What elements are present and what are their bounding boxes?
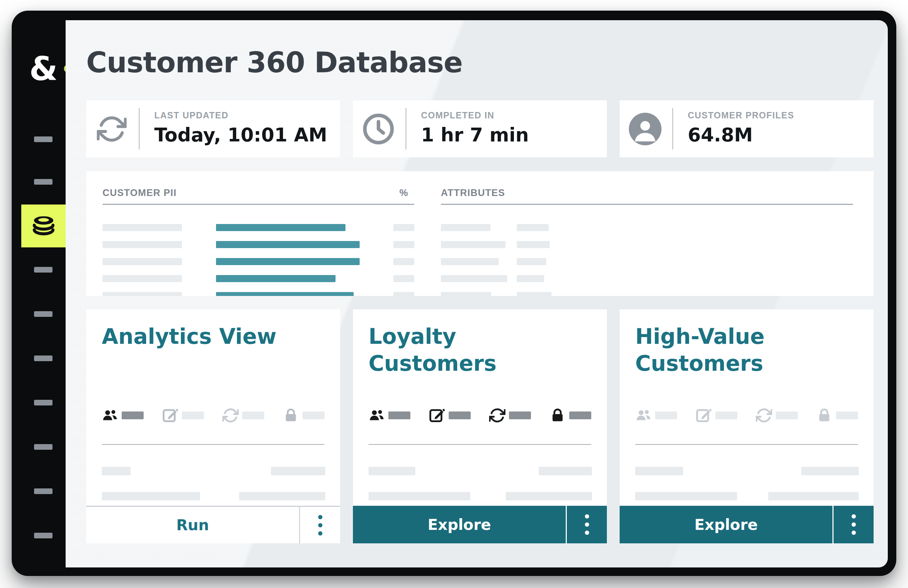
placeholder-bar — [102, 492, 200, 500]
sidebar-item[interactable] — [34, 267, 53, 273]
kebab-dot-icon — [852, 514, 856, 519]
percent-placeholder-bar — [393, 258, 414, 265]
card-high-value-customers: High-Value Customers Explore — [620, 309, 874, 543]
kebab-dot-icon — [585, 522, 589, 527]
amperity-logo[interactable]: & — [21, 48, 66, 90]
stat-card-last-updated: LAST UPDATED Today, 10:01 AM — [86, 100, 340, 157]
lock-icon — [549, 407, 566, 424]
attribute-placeholder-bar — [441, 292, 491, 296]
run-button[interactable]: Run — [86, 507, 299, 543]
clock-icon — [361, 100, 396, 157]
users-icon — [635, 407, 652, 424]
metric — [756, 407, 798, 424]
match-rate-bar — [216, 275, 335, 282]
page-title: Customer 360 Database — [86, 48, 462, 78]
placeholder-bar — [635, 467, 683, 475]
metric-placeholder-bar — [449, 411, 471, 419]
sidebar-item[interactable] — [34, 533, 53, 538]
sidebar-item[interactable] — [34, 179, 53, 185]
users-icon — [369, 407, 385, 424]
card-action-bar: Run — [86, 506, 340, 543]
metric — [283, 407, 325, 424]
metric-placeholder-bar — [569, 411, 591, 419]
metric — [369, 407, 411, 424]
sidebar-item[interactable] — [34, 311, 53, 317]
metric-placeholder-bar — [715, 411, 737, 419]
card-loyalty-customers: Loyalty Customers Explore — [353, 309, 607, 543]
sidebar-item[interactable] — [34, 444, 53, 450]
metric-placeholder-bar — [242, 411, 264, 419]
attribute-placeholder-bar — [517, 292, 552, 296]
metric-placeholder-bar — [303, 411, 325, 419]
attribute-placeholder-bar — [517, 241, 550, 248]
pii-placeholder-bar — [103, 224, 182, 231]
stat-label: COMPLETED IN — [421, 110, 529, 120]
header-underline — [441, 204, 853, 205]
metric-icon-row — [102, 406, 325, 425]
placeholder-bar — [801, 467, 859, 475]
pii-attributes-card: CUSTOMER PII % ATTRIBUTES — [86, 171, 874, 296]
match-rate-bar — [216, 241, 360, 248]
stat-value: Today, 10:01 AM — [154, 124, 327, 146]
match-rate-bar — [216, 292, 354, 296]
pii-placeholder-bar — [103, 258, 182, 265]
kebab-dot-icon — [852, 530, 856, 535]
kebab-dot-icon — [585, 514, 589, 519]
amperity-logo-glyph: & — [29, 53, 58, 85]
divider — [102, 444, 325, 445]
attribute-placeholder-bar — [517, 275, 544, 282]
sidebar-item[interactable] — [34, 137, 53, 142]
card-menu-button[interactable] — [567, 506, 607, 543]
stat-label: LAST UPDATED — [154, 110, 327, 120]
attribute-placeholder-bar — [441, 224, 491, 231]
placeholder-bar — [539, 467, 592, 475]
metric — [635, 407, 677, 424]
divider — [139, 108, 140, 149]
metric-placeholder-bar — [509, 411, 531, 419]
sync-icon — [489, 407, 506, 424]
kebab-dot-icon — [318, 531, 322, 535]
explore-button-label: Explore — [428, 516, 491, 533]
metric-icon-row — [369, 406, 591, 425]
card-title: Loyalty Customers — [369, 323, 574, 377]
sidebar-item-database-active[interactable] — [21, 204, 66, 247]
users-icon — [102, 407, 118, 424]
card-menu-button[interactable] — [300, 507, 340, 543]
attribute-placeholder-bar — [517, 258, 546, 265]
explore-button-label: Explore — [694, 516, 758, 533]
edit-icon — [429, 407, 445, 424]
stat-card-customer-profiles: CUSTOMER PROFILES 64.8M — [620, 100, 874, 157]
metric-icon-row — [635, 406, 858, 425]
main-content: Customer 360 Database LAST UPDATED Today… — [66, 20, 888, 567]
explore-button[interactable]: Explore — [353, 506, 566, 543]
match-rate-bar — [216, 224, 346, 231]
sidebar-item[interactable] — [34, 488, 53, 494]
sidebar-item[interactable] — [34, 400, 53, 405]
metric-placeholder-bar — [776, 411, 798, 419]
percent-placeholder-bar — [393, 292, 414, 296]
metric — [695, 407, 737, 424]
percent-placeholder-bar — [393, 241, 414, 248]
kebab-dot-icon — [585, 530, 589, 535]
card-title: Analytics View — [102, 323, 307, 350]
divider — [369, 444, 591, 445]
card-menu-button[interactable] — [834, 506, 874, 543]
pii-placeholder-bar — [103, 292, 182, 296]
divider — [672, 108, 673, 149]
attribute-placeholder-bar — [441, 275, 507, 282]
run-button-label: Run — [176, 516, 209, 534]
attribute-placeholder-bar — [441, 241, 506, 248]
metric-placeholder-bar — [182, 411, 204, 419]
match-rate-bar — [216, 258, 360, 265]
percent-placeholder-bar — [393, 275, 414, 282]
explore-button[interactable]: Explore — [620, 506, 832, 543]
sidebar-item[interactable] — [34, 355, 53, 361]
stat-tiles: LAST UPDATED Today, 10:01 AM COMPLETED I… — [86, 100, 874, 157]
database-icon — [32, 215, 55, 237]
placeholder-bar — [369, 467, 415, 475]
edit-icon — [162, 407, 179, 424]
metric — [162, 407, 204, 424]
metric — [489, 407, 531, 424]
pii-placeholder-bar — [103, 241, 182, 248]
column-header-percent: % — [393, 188, 414, 199]
